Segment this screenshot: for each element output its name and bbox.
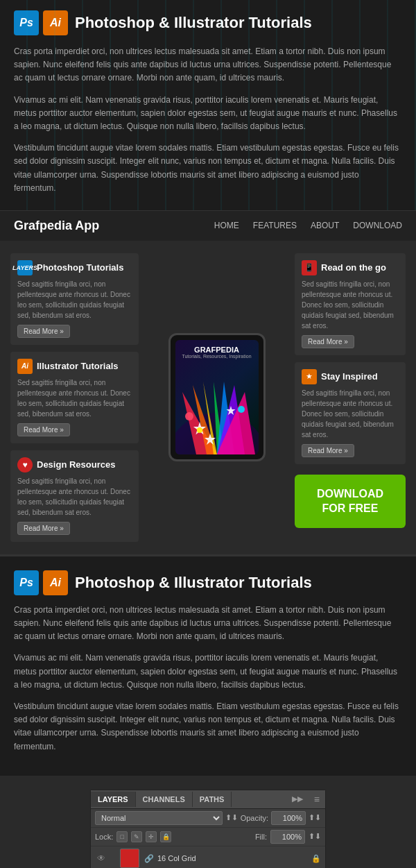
nav-home[interactable]: HOME	[214, 218, 239, 233]
content2-ai-badge: Ai	[43, 570, 68, 595]
header-section: Ps Ai Photoshop & Illustrator Tutorials …	[0, 0, 416, 210]
content2-para2: Vivamus ac mi elit. Nam venenatis gravid…	[14, 652, 402, 692]
content-section-2: Ps Ai Photoshop & Illustrator Tutorials …	[0, 554, 416, 776]
feature-illustrator-desc: Sed sagittis fringilla orci, non pellent…	[17, 377, 132, 419]
svg-point-12	[238, 406, 245, 413]
feature-go-header: 📱 Read on the go	[302, 260, 399, 275]
feature-inspired-header: ★ Stay Inspired	[302, 369, 399, 384]
ps-badge: Ps	[14, 10, 39, 35]
star-icon: ★	[302, 369, 317, 384]
panel-tab-more[interactable]: ▶▶	[286, 791, 309, 807]
feature-illustrator-title: Illustrator Tutorials	[37, 361, 119, 371]
lock-icons: □ ✎ ✛ 🔒	[116, 831, 171, 842]
opacity-arrows[interactable]: ⬆⬇	[309, 813, 321, 822]
nav-section: Grafpedia App HOME FEATURES ABOUT DOWNLO…	[0, 210, 416, 241]
content2-para3: Vestibulum tincidunt augue vitae lorem s…	[14, 700, 402, 754]
nav-about[interactable]: ABOUT	[311, 218, 339, 233]
opacity-input[interactable]	[271, 811, 306, 825]
header-para3: Vestibulum tincidunt augue vitae lorem s…	[14, 142, 402, 195]
blend-mode-select[interactable]: Normal	[95, 811, 223, 825]
features-right: 📱 Read on the go Sed sagittis fringilla …	[295, 253, 406, 542]
feature-resources-desc: Sed sagittis fringilla orci, non pellent…	[17, 476, 132, 518]
feature-inspired-title: Stay Inspired	[321, 371, 378, 382]
layer-link-16-col: 🔗	[144, 854, 155, 863]
layer-thumb-16-col	[120, 849, 139, 868]
page-title: Photoshop & Illustrator Tutorials	[75, 14, 312, 32]
opacity-label: Opacity:	[241, 814, 268, 822]
header-para2: Vivamus ac mi elit. Nam venenatis gravid…	[14, 94, 402, 134]
feat-ai-badge: Ai	[17, 359, 33, 374]
ps-layers-panel: LAYERS CHANNELS PATHS ▶▶ ≡ Normal ⬆⬇ Opa…	[90, 790, 326, 868]
tablet-logo: GRAFPEDIA	[194, 346, 239, 354]
feature-photoshop: LAYERS Photoshop Tutorials Sed sagittis …	[10, 253, 139, 345]
lock-all-icon[interactable]: 🔒	[160, 831, 171, 842]
ai-badge: Ai	[43, 10, 68, 35]
heart-icon: ♥	[17, 457, 33, 473]
fill-label: Fill:	[255, 833, 267, 841]
features-section: LAYERS Photoshop Tutorials Sed sagittis …	[0, 241, 416, 554]
blend-arrows[interactable]: ⬆⬇	[225, 813, 238, 822]
fill-arrows[interactable]: ⬆⬇	[309, 832, 321, 841]
fill-input[interactable]	[270, 830, 305, 844]
feat-ps-badge: LAYERS	[17, 260, 33, 275]
panel-menu-icon[interactable]: ≡	[309, 790, 325, 808]
layer-row-16-col-grid[interactable]: 👁 🔗 16 Col Grid 🔒	[91, 846, 325, 868]
header-title-row: Ps Ai Photoshop & Illustrator Tutorials	[14, 10, 402, 35]
header-para1: Cras porta imperdiet orci, non ultrices …	[14, 45, 402, 85]
features-left: LAYERS Photoshop Tutorials Sed sagittis …	[10, 253, 139, 542]
layer-eye-16-col[interactable]: 👁	[95, 852, 107, 865]
feature-illustrator-header: Ai Illustrator Tutorials	[17, 359, 132, 374]
tablet-art	[175, 378, 259, 454]
features-center: GRAFPEDIA Tutorials, Resources, Inspirat…	[146, 253, 288, 542]
nav-logo: Grafpedia App	[14, 219, 214, 233]
panel-lock-row: Lock: □ ✎ ✛ 🔒 Fill: ⬆⬇	[91, 828, 325, 846]
content2-title-row: Ps Ai Photoshop & Illustrator Tutorials	[14, 570, 402, 595]
feature-photoshop-header: LAYERS Photoshop Tutorials	[17, 260, 132, 275]
feature-photoshop-desc: Sed sagittis fringilla orci, non pellent…	[17, 279, 132, 321]
tablet-screen: GRAFPEDIA Tutorials, Resources, Inspirat…	[175, 340, 259, 454]
feature-read-on-go: 📱 Read on the go Sed sagittis fringilla …	[295, 253, 406, 355]
nav-features[interactable]: FEATURES	[253, 218, 297, 233]
lock-paint-icon[interactable]: ✎	[131, 831, 142, 842]
resources-read-more-btn[interactable]: Read More »	[17, 522, 70, 535]
svg-point-11	[185, 412, 193, 420]
feature-design-resources: ♥ Design Resources Sed sagittis fringill…	[10, 450, 139, 542]
go-read-more-btn[interactable]: Read More »	[302, 335, 354, 348]
lock-label: Lock:	[95, 833, 113, 841]
inspired-read-more-btn[interactable]: Read More »	[302, 444, 354, 457]
content2-para1: Cras porta imperdiet orci, non ultrices …	[14, 604, 402, 644]
tab-layers[interactable]: LAYERS	[91, 792, 136, 807]
feature-resources-header: ♥ Design Resources	[17, 457, 132, 473]
tab-channels[interactable]: CHANNELS	[136, 792, 193, 807]
photoshop-read-more-btn[interactable]: Read More »	[17, 325, 70, 338]
go-icon: 📱	[302, 260, 317, 275]
feature-illustrator: Ai Illustrator Tutorials Sed sagittis fr…	[10, 352, 139, 443]
tablet-subtitle: Tutorials, Resources, Inspiration	[182, 354, 251, 359]
feature-stay-inspired: ★ Stay Inspired Sed sagittis fringilla o…	[295, 362, 406, 464]
feature-photoshop-title: Photoshop Tutorials	[37, 262, 123, 273]
panel-tabs: LAYERS CHANNELS PATHS ▶▶ ≡	[91, 790, 325, 809]
layer-name-16-col: 16 Col Grid	[157, 854, 311, 862]
tablet-device: GRAFPEDIA Tutorials, Resources, Inspirat…	[168, 333, 266, 461]
content2-ps-badge: Ps	[14, 570, 39, 595]
tab-paths[interactable]: PATHS	[193, 792, 232, 807]
feature-go-desc: Sed sagittis fringilla orci, non pellent…	[302, 279, 399, 331]
nav-download[interactable]: DOWNLOAD	[353, 218, 402, 233]
feature-inspired-desc: Sed sagittis fringilla orci, non pellent…	[302, 388, 399, 440]
panel-blend-row: Normal ⬆⬇ Opacity: ⬆⬇	[91, 809, 325, 828]
feature-resources-title: Design Resources	[37, 459, 115, 470]
illustrator-read-more-btn[interactable]: Read More »	[17, 423, 70, 436]
content2-title: Photoshop & Illustrator Tutorials	[75, 574, 312, 592]
svg-point-13	[197, 427, 202, 433]
layer-lock-16-col: 🔒	[311, 854, 321, 863]
feature-go-title: Read on the go	[321, 262, 386, 273]
ps-panel-section: LAYERS CHANNELS PATHS ▶▶ ≡ Normal ⬆⬇ Opa…	[0, 776, 416, 868]
lock-transparency-icon[interactable]: □	[116, 831, 128, 842]
nav-links: HOME FEATURES ABOUT DOWNLOAD	[214, 218, 402, 233]
lock-move-icon[interactable]: ✛	[146, 831, 157, 842]
download-button[interactable]: DOWNLOADFOR FREE	[295, 475, 406, 529]
